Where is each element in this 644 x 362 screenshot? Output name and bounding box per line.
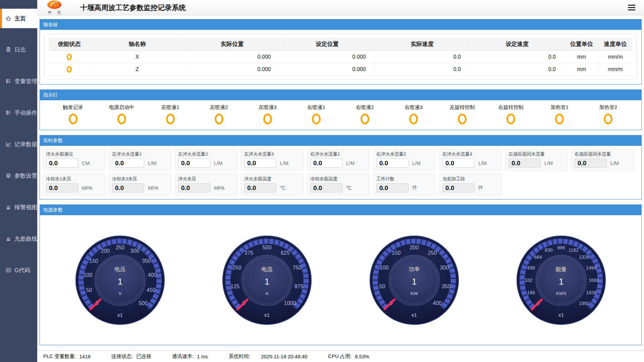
svg-text:x1: x1 (117, 312, 123, 317)
param-value-field[interactable]: 0.0 (376, 183, 409, 192)
param-value: 0.0 (379, 184, 388, 192)
menu-icon[interactable] (627, 3, 637, 12)
app-window: 主页 日志 变量管理 手动操作 记录数据 参数设置 报警视图 允差曲线 (0, 0, 644, 362)
status-label: PLC 变量数量: (43, 353, 76, 360)
svg-text:x1: x1 (558, 312, 564, 317)
svg-text:500: 500 (139, 300, 148, 306)
svg-text:830: 830 (545, 247, 553, 253)
svg-text:200: 200 (101, 248, 110, 254)
status-value: 1418 (79, 354, 91, 359)
indicator-light-icon (312, 114, 321, 124)
param-label: 当前加工段 (442, 176, 498, 182)
sidebar-item-home[interactable]: 主页 (0, 9, 37, 28)
sidebar-item-logs[interactable]: 日志 (0, 40, 37, 59)
status-value: 1 ms (197, 354, 208, 359)
gauge-voltage: 050100150200250300350400450500 电压 1 V x1 (74, 235, 166, 326)
indicator-label: 右旋转控制 (498, 104, 524, 111)
record-chart-icon (5, 141, 11, 147)
param-value-field[interactable]: 0.0 (112, 183, 144, 192)
svg-text:875: 875 (294, 283, 304, 289)
column-header: 使能状态 (49, 38, 90, 51)
sidebar-item-settings[interactable]: 参数设置 (0, 166, 37, 185)
pos-unit-cell: mm (565, 63, 598, 76)
svg-text:664: 664 (534, 254, 542, 260)
param-value-field[interactable]: 0.0 (376, 159, 409, 168)
sidebar-item-label: 记录数据 (14, 140, 37, 148)
indicator: 加热管2 (590, 104, 627, 124)
param-value-field[interactable]: 0.0 (112, 159, 144, 168)
param-unit: L/M (544, 160, 553, 166)
param-value-field[interactable]: 0.0 (310, 159, 342, 168)
logo: T 中 天 (40, 0, 69, 15)
set-speed-cell: 0.0 (470, 63, 565, 76)
status-label: CPU 占用: (328, 353, 352, 360)
param-value-field[interactable]: 0.0 (178, 183, 210, 192)
param-value: 0.0 (379, 160, 388, 167)
table-row: Z 0.000 0.000 0.0 0.0 mm mm/m (49, 63, 632, 76)
svg-text:625: 625 (281, 250, 290, 256)
indicator-light-icon (215, 114, 223, 124)
svg-text:1494: 1494 (586, 265, 596, 270)
sidebar-item-tolerance[interactable]: 允差曲线 (0, 229, 37, 248)
param-value-field[interactable]: 0.0 (508, 159, 541, 168)
param-unit: L/M (280, 160, 288, 166)
param-value-field[interactable]: 0.0 (310, 183, 342, 192)
set-pos-cell: 0.000 (280, 63, 375, 76)
axis-name-cell: Z (90, 63, 185, 76)
svg-text:150: 150 (89, 257, 98, 263)
indicator-label: 右喷液3 (405, 104, 422, 111)
sidebar-item-label: 变量管理 (14, 77, 37, 85)
axis-table-card: 使能状态 轴名称 实际位置 设定位置 实际速度 设定速度 位置单位 速度单位 (45, 34, 637, 79)
param-unit: MPA (214, 185, 224, 191)
sidebar-item-records[interactable]: 记录数据 (0, 135, 37, 154)
log-icon (5, 47, 11, 53)
sidebar-item-manual[interactable]: 手动操作 (0, 103, 37, 122)
gauge-power: 050100150200250300350400 功率 1 KW x1 (369, 235, 460, 326)
param-value: 0.0 (181, 160, 190, 167)
param-row-2: 冷却水1水压 0.0 MPA 冷却水2水压 0.0 (40, 174, 641, 195)
svg-text:125: 125 (231, 283, 240, 289)
param-value-field[interactable]: 0.0 (442, 159, 475, 168)
power-section: 电源参数 050100150200250300350400450500 电压 1… (40, 204, 642, 345)
param-value-field[interactable]: 0.0 (46, 159, 78, 168)
column-header: 轴名称 (90, 38, 185, 51)
indicator: 左喷液2 (201, 104, 237, 124)
indicator-light-icon (361, 114, 369, 124)
param-value-field[interactable]: 0.0 (244, 159, 276, 168)
top-header: T 中 天 十堰高周波工艺参数监控记录系统 (37, 0, 644, 15)
param-label: 冷却水箱温度 (310, 176, 366, 182)
status-value: 8.53% (355, 354, 369, 359)
param-label: 淬火水压 (178, 176, 234, 182)
svg-text:350: 350 (442, 283, 451, 289)
column-header: 设定速度 (470, 38, 565, 51)
svg-text:50: 50 (379, 283, 385, 289)
status-value: 已连接 (136, 353, 151, 360)
sidebar-item-alarms[interactable]: 报警视图 (0, 198, 37, 217)
param-value-field[interactable]: 0.0 (442, 183, 475, 192)
enable-status-icon (67, 54, 72, 60)
param-card: 右淬火水流量3 0.0 L/M (439, 149, 502, 171)
sidebar-item-label: G代码 (14, 266, 30, 274)
param-card: 右淬火水流量2 0.0 L/M (373, 149, 436, 171)
indicator: 左旋转控制 (444, 104, 481, 124)
alarm-icon (5, 204, 11, 210)
param-value-field[interactable]: 0.0 (46, 183, 78, 192)
param-value-field[interactable]: 0.0 (244, 183, 276, 192)
svg-text:A: A (266, 291, 269, 296)
column-header: 速度单位 (598, 38, 632, 51)
svg-text:1: 1 (559, 276, 564, 286)
sidebar-item-variables[interactable]: 变量管理 (0, 72, 37, 90)
svg-text:250: 250 (428, 250, 437, 256)
actual-pos-cell: 0.000 (185, 63, 280, 76)
param-value-field[interactable]: 0.0 (178, 159, 210, 168)
param-unit: ℃ (346, 185, 352, 191)
indicator-label: 电源启动中 (109, 104, 134, 111)
param-value: 0.0 (49, 160, 58, 167)
indicator-label: 左喷液1 (161, 104, 179, 111)
gcode-icon (5, 267, 11, 273)
main-area: T 中 天 十堰高周波工艺参数监控记录系统 轴坐标 (37, 0, 644, 362)
sidebar-item-gcode[interactable]: G代码 (0, 261, 37, 280)
indicator-light-icon (69, 114, 77, 124)
section-title-power: 电源参数 (40, 205, 641, 215)
param-value-field[interactable]: 0.0 (575, 159, 607, 168)
